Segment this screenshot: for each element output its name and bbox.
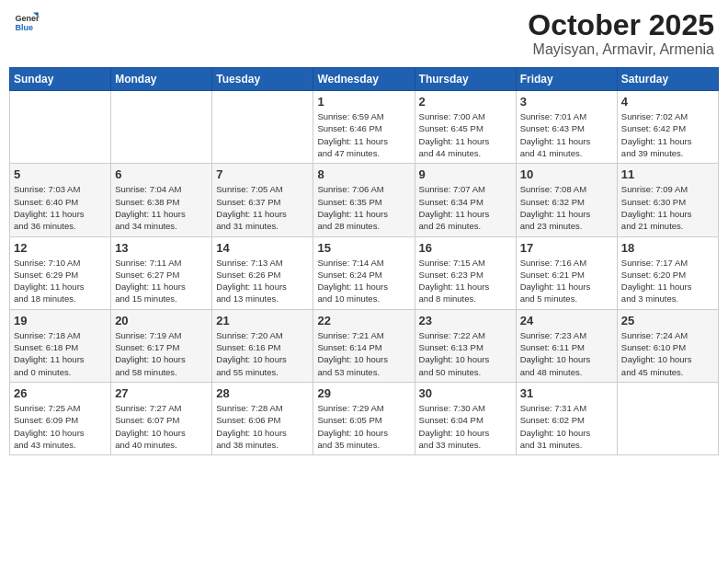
- day-number: 18: [621, 241, 714, 255]
- day-number: 12: [14, 241, 107, 255]
- day-info: Sunrise: 7:10 AM Sunset: 6:29 PM Dayligh…: [14, 257, 107, 305]
- calendar-week-row: 26Sunrise: 7:25 AM Sunset: 6:09 PM Dayli…: [10, 382, 719, 454]
- calendar-cell: 21Sunrise: 7:20 AM Sunset: 6:16 PM Dayli…: [212, 309, 313, 382]
- calendar-cell: 31Sunrise: 7:31 AM Sunset: 6:02 PM Dayli…: [516, 382, 617, 454]
- calendar-table: SundayMondayTuesdayWednesdayThursdayFrid…: [9, 67, 719, 455]
- day-number: 24: [520, 314, 613, 327]
- day-number: 31: [520, 386, 613, 400]
- calendar-cell: 30Sunrise: 7:30 AM Sunset: 6:04 PM Dayli…: [415, 382, 516, 454]
- day-info: Sunrise: 7:02 AM Sunset: 6:42 PM Dayligh…: [621, 110, 714, 159]
- calendar-cell: 13Sunrise: 7:11 AM Sunset: 6:27 PM Dayli…: [111, 236, 212, 309]
- day-info: Sunrise: 7:06 AM Sunset: 6:35 PM Dayligh…: [317, 183, 410, 232]
- day-info: Sunrise: 7:03 AM Sunset: 6:40 PM Dayligh…: [14, 183, 107, 232]
- calendar-cell: 8Sunrise: 7:06 AM Sunset: 6:35 PM Daylig…: [313, 164, 415, 236]
- calendar-cell: 3Sunrise: 7:01 AM Sunset: 6:43 PM Daylig…: [516, 91, 617, 164]
- calendar-cell: 9Sunrise: 7:07 AM Sunset: 6:34 PM Daylig…: [415, 164, 516, 236]
- day-info: Sunrise: 7:27 AM Sunset: 6:07 PM Dayligh…: [115, 402, 208, 451]
- day-number: 14: [216, 241, 309, 255]
- logo-icon: General Blue: [14, 9, 40, 35]
- day-info: Sunrise: 7:05 AM Sunset: 6:37 PM Dayligh…: [216, 183, 309, 232]
- calendar-week-row: 1Sunrise: 6:59 AM Sunset: 6:46 PM Daylig…: [10, 91, 719, 164]
- day-info: Sunrise: 7:08 AM Sunset: 6:32 PM Dayligh…: [520, 183, 613, 232]
- logo: General Blue: [14, 9, 40, 35]
- day-info: Sunrise: 7:20 AM Sunset: 6:16 PM Dayligh…: [216, 329, 309, 378]
- day-number: 4: [621, 95, 714, 109]
- day-info: Sunrise: 7:16 AM Sunset: 6:21 PM Dayligh…: [520, 257, 613, 305]
- weekday-header: Monday: [111, 68, 212, 91]
- day-info: Sunrise: 7:15 AM Sunset: 6:23 PM Dayligh…: [419, 257, 512, 305]
- calendar-cell: [212, 91, 313, 164]
- weekday-header: Tuesday: [212, 68, 313, 91]
- calendar-cell: 28Sunrise: 7:28 AM Sunset: 6:06 PM Dayli…: [212, 382, 313, 454]
- day-info: Sunrise: 7:29 AM Sunset: 6:05 PM Dayligh…: [317, 402, 410, 451]
- day-info: Sunrise: 7:31 AM Sunset: 6:02 PM Dayligh…: [520, 402, 613, 451]
- title-block: October 2025 Mayisyan, Armavir, Armenia: [528, 9, 714, 58]
- calendar-cell: 11Sunrise: 7:09 AM Sunset: 6:30 PM Dayli…: [617, 164, 718, 236]
- calendar-cell: 20Sunrise: 7:19 AM Sunset: 6:17 PM Dayli…: [111, 309, 212, 382]
- svg-text:Blue: Blue: [15, 23, 33, 32]
- day-number: 7: [216, 167, 309, 181]
- calendar-cell: 10Sunrise: 7:08 AM Sunset: 6:32 PM Dayli…: [516, 164, 617, 236]
- day-number: 20: [115, 314, 208, 327]
- day-number: 6: [115, 167, 208, 181]
- day-info: Sunrise: 7:07 AM Sunset: 6:34 PM Dayligh…: [419, 183, 512, 232]
- day-number: 26: [14, 386, 107, 400]
- weekday-header: Sunday: [10, 68, 111, 91]
- weekday-header: Saturday: [617, 68, 718, 91]
- day-number: 15: [317, 241, 410, 255]
- calendar-cell: 5Sunrise: 7:03 AM Sunset: 6:40 PM Daylig…: [10, 164, 111, 236]
- day-info: Sunrise: 6:59 AM Sunset: 6:46 PM Dayligh…: [317, 110, 410, 159]
- calendar-cell: 25Sunrise: 7:24 AM Sunset: 6:10 PM Dayli…: [617, 309, 718, 382]
- calendar-week-row: 12Sunrise: 7:10 AM Sunset: 6:29 PM Dayli…: [10, 236, 719, 309]
- day-number: 5: [14, 167, 107, 181]
- calendar-cell: 29Sunrise: 7:29 AM Sunset: 6:05 PM Dayli…: [313, 382, 415, 454]
- day-info: Sunrise: 7:22 AM Sunset: 6:13 PM Dayligh…: [419, 329, 512, 378]
- calendar-cell: [111, 91, 212, 164]
- day-number: 23: [419, 314, 512, 327]
- day-info: Sunrise: 7:21 AM Sunset: 6:14 PM Dayligh…: [317, 329, 410, 378]
- calendar-cell: 15Sunrise: 7:14 AM Sunset: 6:24 PM Dayli…: [313, 236, 415, 309]
- day-number: 13: [115, 241, 208, 255]
- day-info: Sunrise: 7:18 AM Sunset: 6:18 PM Dayligh…: [14, 329, 107, 378]
- day-number: 17: [520, 241, 613, 255]
- day-number: 3: [520, 95, 613, 109]
- page-header: General Blue October 2025 Mayisyan, Arma…: [9, 9, 719, 58]
- day-info: Sunrise: 7:04 AM Sunset: 6:38 PM Dayligh…: [115, 183, 208, 232]
- calendar-cell: 19Sunrise: 7:18 AM Sunset: 6:18 PM Dayli…: [10, 309, 111, 382]
- calendar-cell: 4Sunrise: 7:02 AM Sunset: 6:42 PM Daylig…: [617, 91, 718, 164]
- calendar-cell: [10, 91, 111, 164]
- day-info: Sunrise: 7:24 AM Sunset: 6:10 PM Dayligh…: [621, 329, 714, 378]
- weekday-header-row: SundayMondayTuesdayWednesdayThursdayFrid…: [10, 68, 719, 91]
- day-info: Sunrise: 7:19 AM Sunset: 6:17 PM Dayligh…: [115, 329, 208, 378]
- calendar-cell: 1Sunrise: 6:59 AM Sunset: 6:46 PM Daylig…: [313, 91, 415, 164]
- location-title: Mayisyan, Armavir, Armenia: [528, 41, 714, 58]
- calendar-cell: 24Sunrise: 7:23 AM Sunset: 6:11 PM Dayli…: [516, 309, 617, 382]
- weekday-header: Friday: [516, 68, 617, 91]
- day-info: Sunrise: 7:17 AM Sunset: 6:20 PM Dayligh…: [621, 257, 714, 305]
- day-info: Sunrise: 7:30 AM Sunset: 6:04 PM Dayligh…: [419, 402, 512, 451]
- day-info: Sunrise: 7:25 AM Sunset: 6:09 PM Dayligh…: [14, 402, 107, 451]
- day-number: 22: [317, 314, 410, 327]
- day-number: 9: [419, 167, 512, 181]
- calendar-cell: 27Sunrise: 7:27 AM Sunset: 6:07 PM Dayli…: [111, 382, 212, 454]
- weekday-header: Thursday: [415, 68, 516, 91]
- day-info: Sunrise: 7:13 AM Sunset: 6:26 PM Dayligh…: [216, 257, 309, 305]
- day-number: 30: [419, 386, 512, 400]
- day-number: 25: [621, 314, 714, 327]
- calendar-week-row: 19Sunrise: 7:18 AM Sunset: 6:18 PM Dayli…: [10, 309, 719, 382]
- day-number: 1: [317, 95, 410, 109]
- calendar-cell: 26Sunrise: 7:25 AM Sunset: 6:09 PM Dayli…: [10, 382, 111, 454]
- calendar-cell: 18Sunrise: 7:17 AM Sunset: 6:20 PM Dayli…: [617, 236, 718, 309]
- calendar-cell: 16Sunrise: 7:15 AM Sunset: 6:23 PM Dayli…: [415, 236, 516, 309]
- month-title: October 2025: [528, 9, 714, 41]
- day-number: 2: [419, 95, 512, 109]
- day-number: 19: [14, 314, 107, 327]
- day-info: Sunrise: 7:23 AM Sunset: 6:11 PM Dayligh…: [520, 329, 613, 378]
- calendar-week-row: 5Sunrise: 7:03 AM Sunset: 6:40 PM Daylig…: [10, 164, 719, 236]
- day-number: 8: [317, 167, 410, 181]
- day-number: 27: [115, 386, 208, 400]
- calendar-cell: [617, 382, 718, 454]
- day-number: 29: [317, 386, 410, 400]
- calendar-cell: 2Sunrise: 7:00 AM Sunset: 6:45 PM Daylig…: [415, 91, 516, 164]
- calendar-cell: 12Sunrise: 7:10 AM Sunset: 6:29 PM Dayli…: [10, 236, 111, 309]
